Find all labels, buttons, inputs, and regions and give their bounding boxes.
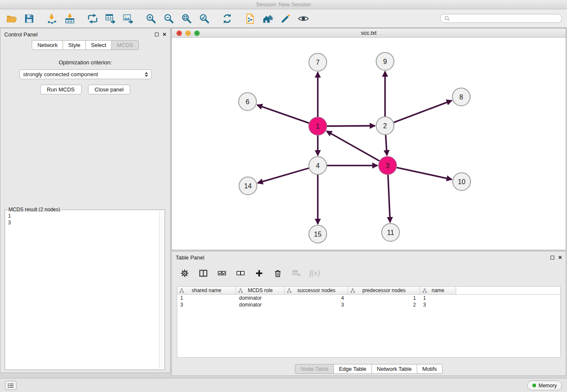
close-table-panel-icon[interactable]: × <box>558 255 562 260</box>
svg-text:14: 14 <box>244 182 252 190</box>
column-label: name <box>432 287 444 293</box>
edge-2-8[interactable] <box>394 100 452 122</box>
tab-mcds[interactable]: MCDS <box>112 40 138 50</box>
export-table-icon[interactable] <box>104 12 117 25</box>
zoom-window-icon[interactable]: + <box>194 30 200 36</box>
home-icon[interactable] <box>261 12 274 25</box>
save-disk-icon[interactable] <box>23 12 36 25</box>
edge-4-14[interactable] <box>258 168 309 183</box>
criterion-dropdown[interactable]: strongly connected component <box>19 69 151 79</box>
table-tab-edge-table[interactable]: Edge Table <box>334 364 372 374</box>
window-title: Session: New Session <box>256 1 311 8</box>
float-panel-icon[interactable] <box>155 33 159 36</box>
node-2[interactable]: 2 <box>376 117 394 135</box>
gear-icon[interactable] <box>179 268 190 279</box>
eye-icon[interactable] <box>297 12 310 25</box>
unchecked-boxes-icon[interactable] <box>235 268 246 279</box>
control-panel-tabs: NetworkStyleSelectMCDS <box>0 40 170 50</box>
node-8[interactable]: 8 <box>452 88 470 106</box>
result-scrollbar[interactable] <box>159 211 164 369</box>
run-mcds-button[interactable]: Run MCDS <box>40 85 82 94</box>
checked-boxes-icon[interactable] <box>216 268 227 279</box>
node-6[interactable]: 6 <box>239 93 256 110</box>
split-panel-icon[interactable] <box>198 268 209 279</box>
status-bar: Memory <box>0 378 567 392</box>
node-4[interactable]: 4 <box>309 157 327 174</box>
sort-hierarchy-icon <box>422 288 427 294</box>
column-label: predecessor nodes <box>362 287 405 293</box>
task-history-button[interactable] <box>5 381 17 390</box>
close-window-icon[interactable]: × <box>176 30 182 36</box>
column-header-successor-nodes[interactable]: successor nodes <box>285 287 348 294</box>
column-header-mcds-role[interactable]: MCDS role <box>236 287 285 294</box>
zoom-in-icon[interactable] <box>145 12 157 25</box>
cell: 2 <box>348 301 420 308</box>
column-label: shared name <box>192 287 221 293</box>
node-10[interactable]: 10 <box>453 173 471 190</box>
node-7[interactable]: 7 <box>309 53 327 71</box>
refresh-icon[interactable] <box>221 12 234 25</box>
tab-select[interactable]: Select <box>86 40 112 50</box>
cell: dominator <box>236 295 285 301</box>
table-row[interactable]: 3dominator323 <box>177 301 560 308</box>
curved-arrows-icon[interactable] <box>86 12 99 25</box>
node-9[interactable]: 9 <box>376 52 394 70</box>
tab-style[interactable]: Style <box>63 40 86 50</box>
close-panel-icon[interactable]: × <box>162 32 166 37</box>
function-fx-icon: f(x) <box>309 268 320 279</box>
column-header-predecessor-nodes[interactable]: predecessor nodes <box>348 287 420 294</box>
trash-icon[interactable] <box>272 268 283 279</box>
node-1[interactable]: 1 <box>309 117 327 135</box>
plus-icon[interactable] <box>253 268 264 279</box>
window-titlebar: Session: New Session <box>0 0 567 9</box>
edge-3-10[interactable] <box>396 168 451 179</box>
table-row[interactable]: 1dominator411 <box>177 295 560 301</box>
edge-1-6[interactable] <box>257 105 309 123</box>
node-3[interactable]: 3 <box>379 157 396 174</box>
zoom-out-icon[interactable] <box>162 12 175 25</box>
sort-hierarchy-icon <box>179 288 184 294</box>
toolbar-group <box>221 12 234 25</box>
sort-hierarchy-icon <box>287 288 292 294</box>
document-network-icon[interactable] <box>244 12 256 25</box>
edge-1-2[interactable] <box>327 126 375 126</box>
network-canvas[interactable]: 7968124314101511 <box>172 38 566 250</box>
cell: 4 <box>285 295 348 301</box>
node-14[interactable]: 14 <box>239 177 257 195</box>
column-header-shared-name[interactable]: shared name <box>177 287 236 294</box>
edge-2-3[interactable] <box>385 135 387 155</box>
export-image-icon[interactable] <box>122 12 135 25</box>
table-tab-node-table[interactable]: Node Table <box>295 364 334 374</box>
list-menu-icon <box>8 383 14 388</box>
import-network-icon[interactable] <box>46 12 58 25</box>
mcds-result-content: 13 <box>6 212 159 369</box>
search-field[interactable] <box>440 14 562 23</box>
node-11[interactable]: 11 <box>382 224 399 241</box>
float-table-panel-icon[interactable] <box>550 256 554 259</box>
toolbar-group <box>46 12 76 25</box>
edge-3-11[interactable] <box>388 175 390 222</box>
node-15[interactable]: 15 <box>309 225 327 243</box>
minimize-window-icon[interactable]: − <box>185 30 191 36</box>
pen-style-icon[interactable] <box>279 12 292 25</box>
result-line: 3 <box>8 219 157 226</box>
svg-text:10: 10 <box>458 178 465 185</box>
column-label: successor nodes <box>297 287 335 293</box>
memory-button[interactable]: Memory <box>527 381 562 390</box>
zoom-fit-icon[interactable] <box>180 12 193 25</box>
toolbar-group <box>86 12 135 25</box>
open-folder-icon[interactable] <box>5 12 18 25</box>
import-table-icon[interactable] <box>63 12 76 25</box>
table-tab-motifs[interactable]: Motifs <box>417 364 443 374</box>
edge-3-1[interactable] <box>327 131 380 161</box>
svg-text:11: 11 <box>387 229 394 236</box>
column-header-name[interactable]: name <box>420 287 456 294</box>
close-panel-button[interactable]: Close panel <box>88 85 131 94</box>
zoom-selected-icon[interactable] <box>198 12 211 25</box>
tab-network[interactable]: Network <box>32 40 63 50</box>
search-input[interactable] <box>452 16 558 22</box>
toolbar-group <box>145 12 211 25</box>
table-bottom-tabs: Node TableEdge TableNetwork TableMotifs <box>172 364 566 374</box>
table-panel: Table Panel × f(x) shared nameMCDS roles… <box>171 251 566 376</box>
table-tab-network-table[interactable]: Network Table <box>372 364 417 374</box>
